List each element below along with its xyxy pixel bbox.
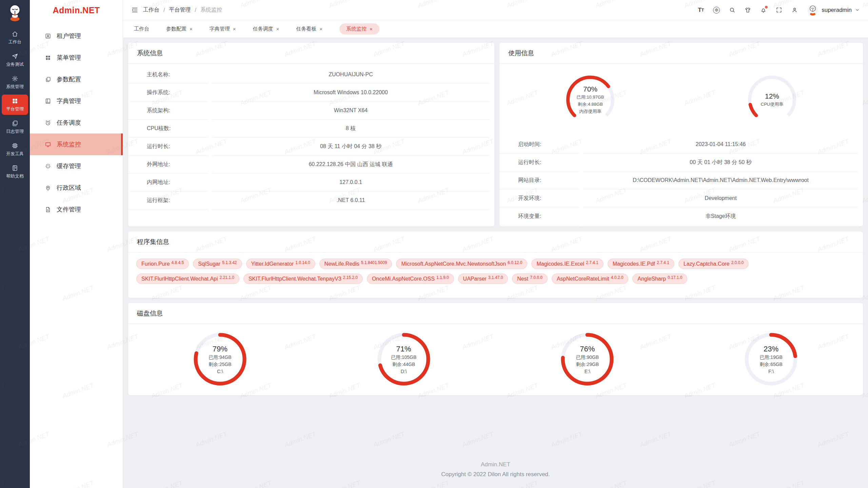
breadcrumb-item[interactable]: 平台管理 — [169, 6, 191, 14]
rail-item-label: 平台管理 — [6, 106, 24, 112]
breadcrumb-item[interactable]: 工作台 — [143, 6, 159, 14]
gauge-percent: 76% — [580, 345, 595, 353]
usage-info-card: 使用信息 70% 已用:10.97GB 剩余:4.88GB — [499, 43, 863, 226]
info-row: 操作系统:Microsoft Windows 10.0.22000 — [128, 84, 494, 102]
sidebar-item-file-mgmt[interactable]: 文件管理 — [30, 199, 123, 220]
rail-item-system-mgmt[interactable]: 系统管理 — [2, 72, 28, 93]
package-badge: Microsoft.AspNetCore.Mvc.NewtonsoftJson6… — [396, 259, 527, 269]
search-icon[interactable] — [729, 7, 735, 13]
sidebar-item-label: 菜单管理 — [57, 54, 81, 62]
tab-workbench[interactable]: 工作台 — [134, 26, 149, 32]
info-row: 运行框架:.NET 6.0.11 — [128, 191, 494, 209]
tab-system-monitor[interactable]: 系统监控 × — [339, 23, 379, 35]
info-value: 2023-01-04 11:15:46 — [583, 136, 858, 154]
snowflake-icon — [45, 163, 51, 169]
gauge-line: 已用:10.97GB — [577, 94, 604, 100]
info-label: 运行时长: — [499, 154, 579, 171]
home-icon — [12, 30, 18, 37]
sidebar-menu: Admin.NET 租户管理 菜单管理 参数配置 字典管理 任务调度 系统监控 … — [30, 0, 123, 488]
info-label: 操作系统: — [128, 84, 208, 102]
sidebar-item-label: 任务调度 — [57, 119, 81, 127]
card-title: 磁盘信息 — [128, 303, 863, 324]
rail-item-workbench[interactable]: 工作台 — [2, 27, 28, 48]
tab-label: 字典管理 — [210, 26, 230, 32]
tab-label: 系统监控 — [346, 26, 367, 32]
tab-param-config[interactable]: 参数配置 × — [166, 26, 193, 32]
card-title: 系统信息 — [128, 43, 494, 64]
sidebar-item-system-monitor[interactable]: 系统监控 — [30, 134, 123, 155]
package-badge: Nest7.0.0.0 — [512, 273, 548, 284]
tab-close-icon[interactable]: × — [370, 26, 373, 32]
rail-item-help-docs[interactable]: 帮助文档 — [2, 162, 28, 182]
rail-item-label: 系统管理 — [6, 84, 24, 90]
app-rail: 工作台 业务测试 系统管理 平台管理 日志管理 开发工具 帮助文档 — [0, 0, 30, 488]
avatar — [807, 4, 818, 16]
rail-item-log-mgmt[interactable]: 日志管理 — [2, 117, 28, 137]
tab-close-icon[interactable]: × — [190, 26, 193, 32]
sidebar-item-admin-region[interactable]: 行政区域 — [30, 177, 123, 199]
gauge-line: 已用:105GB — [391, 354, 416, 361]
user-menu[interactable]: superadmin — [807, 4, 860, 16]
tab-bar: 工作台 参数配置 × 字典管理 × 任务调度 × 任务看板 × 系统监控 × — [123, 20, 868, 38]
tab-task-board[interactable]: 任务看板 × — [296, 26, 322, 32]
dictionary-icon — [45, 98, 51, 104]
gauge-line: E:\ — [585, 369, 590, 374]
gauge-line: 剩余:44GB — [392, 362, 415, 368]
breadcrumb: 工作台 / 平台管理 / 系统监控 — [143, 6, 222, 14]
package-badge: UAParser3.1.47.0 — [458, 273, 508, 284]
language-icon[interactable]: Φ — [713, 7, 720, 14]
info-value: .NET 6.0.11 — [212, 191, 490, 209]
gauge-line: 已用:90GB — [576, 354, 599, 361]
sidebar-item-label: 缓存管理 — [57, 162, 81, 170]
sidebar-item-tenant-mgmt[interactable]: 租户管理 — [30, 25, 123, 47]
package-badge: OnceMi.AspNetCore.OSS1.1.9.0 — [367, 273, 454, 284]
theme-shirt-icon[interactable] — [745, 7, 751, 13]
sidebar-item-label: 文件管理 — [57, 205, 81, 214]
rail-item-platform-mgmt[interactable]: 平台管理 — [2, 95, 28, 115]
breadcrumb-separator: / — [195, 7, 196, 13]
sidebar-item-cache-mgmt[interactable]: 缓存管理 — [30, 155, 123, 177]
alarm-clock-icon — [45, 120, 51, 126]
rail-item-label: 帮助文档 — [6, 173, 24, 179]
package-badge: NewLife.Redis5.1.8401.5009 — [319, 259, 392, 269]
info-label: 运行框架: — [128, 191, 208, 209]
fullscreen-icon[interactable] — [776, 7, 782, 13]
notification-bell-icon[interactable] — [760, 7, 767, 13]
gauge-percent: 23% — [764, 345, 778, 353]
file-icon — [45, 206, 51, 213]
info-value: ZUOHUAIJUN-PC — [212, 66, 490, 84]
tab-dict-mgmt[interactable]: 字典管理 × — [210, 26, 236, 32]
collapse-sidebar-icon[interactable] — [131, 6, 138, 14]
rail-item-label: 业务测试 — [6, 61, 24, 67]
app-logo-mascot[interactable] — [6, 3, 24, 23]
disk-gauge-e: 76% 已用:90GB 剩余:29GB E:\ — [558, 330, 616, 388]
gauge-line: F:\ — [768, 369, 774, 374]
info-row: 内网地址:127.0.0.1 — [128, 174, 494, 191]
tab-close-icon[interactable]: × — [276, 26, 279, 32]
info-value: 08 天 11 小时 04 分 38 秒 — [212, 138, 490, 156]
package-badges: Furion.Pure4.8.4.5 SqlSugar5.1.3.42 Yitt… — [128, 252, 863, 290]
package-badge: Yitter.IdGenerator1.0.14.0 — [246, 259, 315, 269]
sidebar-item-param-config[interactable]: 参数配置 — [30, 68, 123, 90]
tab-task-schedule[interactable]: 任务调度 × — [253, 26, 279, 32]
rail-item-dev-tools[interactable]: 开发工具 — [2, 139, 28, 160]
font-size-icon[interactable]: TT — [698, 7, 704, 14]
gauge-percent: 79% — [213, 345, 228, 353]
info-label: 环境变量: — [499, 207, 579, 225]
info-label: 运行时长: — [128, 138, 208, 156]
sidebar-item-menu-mgmt[interactable]: 菜单管理 — [30, 47, 123, 68]
sidebar-item-dict-mgmt[interactable]: 字典管理 — [30, 90, 123, 112]
notification-badge-dot — [765, 6, 768, 8]
info-row: 主机名称:ZUOHUAIJUN-PC — [128, 66, 494, 84]
tab-close-icon[interactable]: × — [233, 26, 236, 32]
info-label: 内网地址: — [128, 174, 208, 191]
tab-close-icon[interactable]: × — [319, 26, 322, 32]
info-row: CPU核数:8 核 — [128, 120, 494, 138]
user-outline-icon[interactable] — [791, 7, 798, 13]
book-icon — [12, 165, 18, 171]
memory-usage-gauge: 70% 已用:10.97GB 剩余:4.88GB 内存使用率 — [563, 73, 617, 127]
sidebar-item-task-schedule[interactable]: 任务调度 — [30, 112, 123, 134]
rail-item-business-test[interactable]: 业务测试 — [2, 50, 28, 70]
system-info-card: 系统信息 主机名称:ZUOHUAIJUN-PC 操作系统:Microsoft W… — [128, 43, 494, 226]
tab-label: 参数配置 — [166, 26, 186, 32]
